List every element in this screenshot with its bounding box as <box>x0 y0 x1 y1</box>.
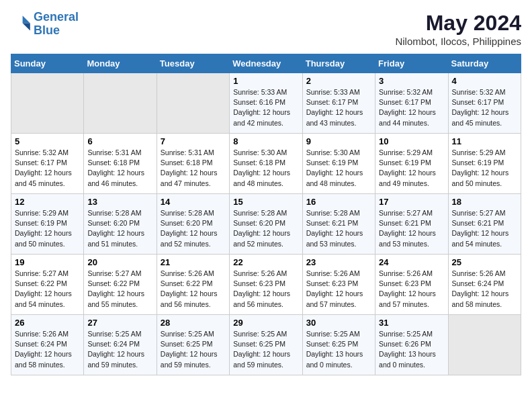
day-info: Sunrise: 5:33 AM Sunset: 6:16 PM Dayligh… <box>233 87 298 128</box>
calendar-week-row: 26Sunrise: 5:26 AM Sunset: 6:24 PM Dayli… <box>11 315 521 375</box>
day-number: 2 <box>306 76 371 86</box>
calendar-cell: 22Sunrise: 5:26 AM Sunset: 6:23 PM Dayli… <box>230 255 302 315</box>
day-number: 27 <box>87 318 152 328</box>
day-number: 24 <box>379 257 444 267</box>
calendar-cell: 31Sunrise: 5:25 AM Sunset: 6:26 PM Dayli… <box>375 315 448 375</box>
calendar-cell: 8Sunrise: 5:30 AM Sunset: 6:18 PM Daylig… <box>230 134 302 194</box>
day-number: 19 <box>15 257 80 267</box>
calendar-cell: 17Sunrise: 5:27 AM Sunset: 6:21 PM Dayli… <box>375 194 448 255</box>
calendar-cell: 26Sunrise: 5:26 AM Sunset: 6:24 PM Dayli… <box>11 315 84 375</box>
day-number: 9 <box>306 136 371 146</box>
calendar-cell: 25Sunrise: 5:26 AM Sunset: 6:24 PM Dayli… <box>448 255 521 315</box>
calendar-cell: 6Sunrise: 5:31 AM Sunset: 6:18 PM Daylig… <box>84 134 157 194</box>
title-block: May 2024 Nilombot, Ilocos, Philippines <box>395 11 521 47</box>
calendar-cell: 4Sunrise: 5:32 AM Sunset: 6:17 PM Daylig… <box>448 73 521 134</box>
logo-icon <box>11 13 32 35</box>
weekday-header-friday: Friday <box>375 54 448 73</box>
day-info: Sunrise: 5:33 AM Sunset: 6:17 PM Dayligh… <box>306 87 371 128</box>
day-info: Sunrise: 5:27 AM Sunset: 6:21 PM Dayligh… <box>379 208 444 249</box>
day-info: Sunrise: 5:26 AM Sunset: 6:22 PM Dayligh… <box>161 269 226 310</box>
weekday-header-saturday: Saturday <box>448 54 521 73</box>
page-header: General Blue May 2024 Nilombot, Ilocos, … <box>11 11 521 47</box>
day-number: 17 <box>379 197 444 207</box>
weekday-header-tuesday: Tuesday <box>157 54 229 73</box>
day-number: 13 <box>87 197 152 207</box>
calendar-cell <box>84 73 157 134</box>
day-info: Sunrise: 5:31 AM Sunset: 6:18 PM Dayligh… <box>87 148 152 189</box>
logo: General Blue <box>11 11 79 38</box>
day-number: 8 <box>233 136 298 146</box>
day-number: 26 <box>15 318 80 328</box>
day-info: Sunrise: 5:29 AM Sunset: 6:19 PM Dayligh… <box>379 148 444 189</box>
day-number: 16 <box>306 197 371 207</box>
day-info: Sunrise: 5:29 AM Sunset: 6:19 PM Dayligh… <box>452 148 517 189</box>
day-info: Sunrise: 5:26 AM Sunset: 6:23 PM Dayligh… <box>379 269 444 310</box>
calendar-cell: 1Sunrise: 5:33 AM Sunset: 6:16 PM Daylig… <box>230 73 302 134</box>
day-number: 10 <box>379 136 444 146</box>
day-number: 11 <box>452 136 517 146</box>
calendar-week-row: 19Sunrise: 5:27 AM Sunset: 6:22 PM Dayli… <box>11 255 521 315</box>
day-info: Sunrise: 5:26 AM Sunset: 6:23 PM Dayligh… <box>306 269 371 310</box>
day-info: Sunrise: 5:28 AM Sunset: 6:20 PM Dayligh… <box>161 208 226 249</box>
calendar-cell: 30Sunrise: 5:25 AM Sunset: 6:25 PM Dayli… <box>302 315 375 375</box>
calendar-cell: 2Sunrise: 5:33 AM Sunset: 6:17 PM Daylig… <box>302 73 375 134</box>
calendar-cell <box>448 315 521 375</box>
calendar-cell: 15Sunrise: 5:28 AM Sunset: 6:20 PM Dayli… <box>230 194 302 255</box>
calendar-cell: 21Sunrise: 5:26 AM Sunset: 6:22 PM Dayli… <box>157 255 229 315</box>
day-number: 3 <box>379 76 444 86</box>
day-number: 15 <box>233 197 298 207</box>
day-info: Sunrise: 5:32 AM Sunset: 6:17 PM Dayligh… <box>15 148 80 189</box>
day-number: 4 <box>452 76 517 86</box>
day-number: 21 <box>161 257 226 267</box>
calendar-cell: 19Sunrise: 5:27 AM Sunset: 6:22 PM Dayli… <box>11 255 84 315</box>
day-number: 25 <box>452 257 517 267</box>
calendar-cell: 10Sunrise: 5:29 AM Sunset: 6:19 PM Dayli… <box>375 134 448 194</box>
day-info: Sunrise: 5:32 AM Sunset: 6:17 PM Dayligh… <box>452 87 517 128</box>
day-number: 30 <box>306 318 371 328</box>
day-info: Sunrise: 5:25 AM Sunset: 6:25 PM Dayligh… <box>233 329 298 370</box>
location-subtitle: Nilombot, Ilocos, Philippines <box>395 36 521 47</box>
weekday-header-monday: Monday <box>84 54 157 73</box>
day-info: Sunrise: 5:25 AM Sunset: 6:26 PM Dayligh… <box>379 329 444 370</box>
day-info: Sunrise: 5:28 AM Sunset: 6:21 PM Dayligh… <box>306 208 371 249</box>
calendar-cell: 24Sunrise: 5:26 AM Sunset: 6:23 PM Dayli… <box>375 255 448 315</box>
calendar-cell: 16Sunrise: 5:28 AM Sunset: 6:21 PM Dayli… <box>302 194 375 255</box>
calendar-cell: 12Sunrise: 5:29 AM Sunset: 6:19 PM Dayli… <box>11 194 84 255</box>
calendar-cell: 20Sunrise: 5:27 AM Sunset: 6:22 PM Dayli… <box>84 255 157 315</box>
day-number: 28 <box>161 318 226 328</box>
day-number: 14 <box>161 197 226 207</box>
day-info: Sunrise: 5:25 AM Sunset: 6:25 PM Dayligh… <box>306 329 371 370</box>
calendar-cell: 9Sunrise: 5:30 AM Sunset: 6:19 PM Daylig… <box>302 134 375 194</box>
calendar-cell: 14Sunrise: 5:28 AM Sunset: 6:20 PM Dayli… <box>157 194 229 255</box>
calendar-week-row: 12Sunrise: 5:29 AM Sunset: 6:19 PM Dayli… <box>11 194 521 255</box>
calendar-cell: 28Sunrise: 5:25 AM Sunset: 6:25 PM Dayli… <box>157 315 229 375</box>
weekday-header-sunday: Sunday <box>11 54 84 73</box>
day-info: Sunrise: 5:30 AM Sunset: 6:18 PM Dayligh… <box>233 148 298 189</box>
day-info: Sunrise: 5:25 AM Sunset: 6:24 PM Dayligh… <box>87 329 152 370</box>
weekday-header-row: SundayMondayTuesdayWednesdayThursdayFrid… <box>11 54 521 73</box>
month-year-title: May 2024 <box>395 11 521 36</box>
day-info: Sunrise: 5:28 AM Sunset: 6:20 PM Dayligh… <box>87 208 152 249</box>
day-number: 20 <box>87 257 152 267</box>
calendar-cell <box>11 73 84 134</box>
calendar-cell: 7Sunrise: 5:31 AM Sunset: 6:18 PM Daylig… <box>157 134 229 194</box>
calendar-cell: 27Sunrise: 5:25 AM Sunset: 6:24 PM Dayli… <box>84 315 157 375</box>
calendar-week-row: 5Sunrise: 5:32 AM Sunset: 6:17 PM Daylig… <box>11 134 521 194</box>
calendar-cell: 11Sunrise: 5:29 AM Sunset: 6:19 PM Dayli… <box>448 134 521 194</box>
day-info: Sunrise: 5:26 AM Sunset: 6:24 PM Dayligh… <box>15 329 80 370</box>
day-number: 6 <box>87 136 152 146</box>
logo-text: General Blue <box>34 11 79 38</box>
calendar-cell: 29Sunrise: 5:25 AM Sunset: 6:25 PM Dayli… <box>230 315 302 375</box>
svg-marker-1 <box>23 23 30 30</box>
day-number: 29 <box>233 318 298 328</box>
day-number: 5 <box>15 136 80 146</box>
day-info: Sunrise: 5:31 AM Sunset: 6:18 PM Dayligh… <box>161 148 226 189</box>
day-number: 7 <box>161 136 226 146</box>
day-number: 23 <box>306 257 371 267</box>
weekday-header-thursday: Thursday <box>302 54 375 73</box>
day-info: Sunrise: 5:26 AM Sunset: 6:23 PM Dayligh… <box>233 269 298 310</box>
day-info: Sunrise: 5:32 AM Sunset: 6:17 PM Dayligh… <box>379 87 444 128</box>
day-info: Sunrise: 5:27 AM Sunset: 6:21 PM Dayligh… <box>452 208 517 249</box>
calendar-cell: 13Sunrise: 5:28 AM Sunset: 6:20 PM Dayli… <box>84 194 157 255</box>
day-info: Sunrise: 5:25 AM Sunset: 6:25 PM Dayligh… <box>161 329 226 370</box>
